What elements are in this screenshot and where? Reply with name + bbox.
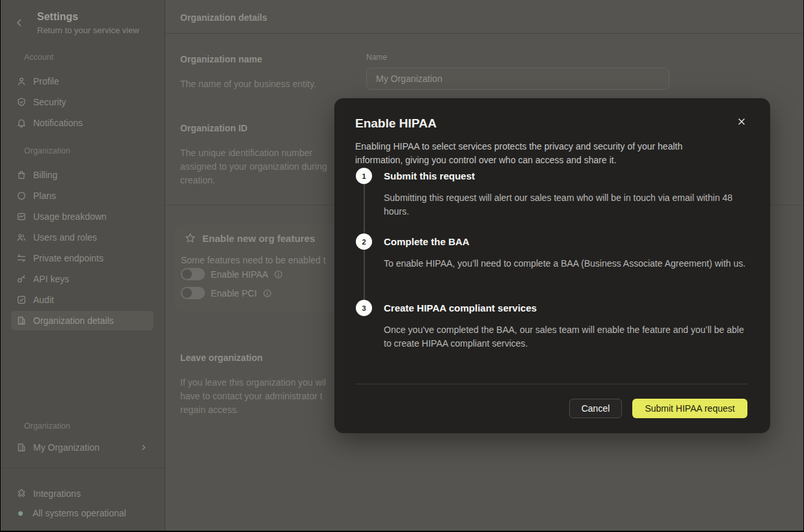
- enable-pci-toggle[interactable]: [181, 287, 205, 299]
- enable-hipaa-row: Enable HIPAA: [181, 268, 283, 280]
- sidebar-item-security[interactable]: Security: [11, 92, 154, 112]
- sidebar-item-label: Users and roles: [33, 232, 97, 243]
- org-name-heading: Organization name: [180, 54, 262, 64]
- sidebar-item-billing[interactable]: Billing: [11, 165, 154, 185]
- sidebar-divider: [1, 468, 165, 468]
- step-3-number: 3: [356, 300, 372, 316]
- enable-pci-row: Enable PCI: [181, 287, 272, 299]
- organization-building-icon: [16, 315, 27, 326]
- private-endpoints-arrows-icon: [16, 253, 27, 263]
- enable-hipaa-label: Enable HIPAA: [211, 269, 268, 280]
- section-label-org-switcher: Organization: [24, 421, 70, 431]
- name-field-label: Name: [366, 53, 387, 62]
- system-status[interactable]: All systems operational: [11, 503, 154, 523]
- audit-icon: [16, 295, 27, 305]
- features-card-description: Some features need to be enabled t: [181, 255, 326, 265]
- sidebar-item-label: Integrations: [33, 488, 81, 499]
- modal-description: Enabling HIPAA to select services protec…: [355, 140, 725, 167]
- api-keys-key-icon: [16, 274, 27, 284]
- org-name-description: The name of your business entity.: [180, 77, 343, 91]
- step-1-title: Submit this request: [384, 168, 475, 184]
- leave-org-line: If you leave this organization you wil: [180, 376, 326, 390]
- org-switcher-label: My Organization: [33, 442, 100, 453]
- sidebar-item-organization-details[interactable]: Organization details: [11, 311, 154, 330]
- notifications-bell-icon: [16, 118, 27, 128]
- sidebar-item-label: Organization details: [33, 315, 114, 326]
- sidebar-item-label: Billing: [33, 170, 57, 180]
- sidebar-item-label: Notifications: [33, 118, 83, 128]
- step-2-description: To enable HIPAA, you’ll need to complete…: [384, 257, 749, 271]
- enable-hipaa-modal: Enable HIPAA Enabling HIPAA to select se…: [334, 98, 770, 433]
- features-card-title: Enable new org features: [202, 233, 315, 244]
- organization-building-icon: [16, 442, 27, 453]
- info-icon[interactable]: [263, 289, 272, 298]
- leave-org-heading: Leave organization: [180, 352, 263, 363]
- leave-org-line: regain access.: [180, 403, 326, 417]
- sidebar-item-label: API keys: [33, 274, 69, 284]
- enable-pci-label: Enable PCI: [211, 288, 257, 299]
- close-icon[interactable]: [736, 116, 748, 128]
- profile-icon: [16, 76, 27, 86]
- cancel-button[interactable]: Cancel: [569, 399, 622, 418]
- sidebar-item-label: Plans: [33, 191, 56, 201]
- step-3-description: Once you've completed the BAA, our sales…: [384, 323, 749, 351]
- org-switcher-my-organization[interactable]: My Organization: [11, 438, 154, 457]
- integrations-puzzle-icon: [16, 488, 27, 499]
- sidebar-item-label: Audit: [33, 295, 54, 305]
- sidebar-item-notifications[interactable]: Notifications: [11, 113, 154, 133]
- enable-hipaa-toggle[interactable]: [181, 268, 205, 280]
- sidebar-item-label: Security: [33, 97, 66, 107]
- step-1-description: Submitting this request will alert our s…: [384, 191, 749, 219]
- organization-name-input[interactable]: [366, 68, 669, 90]
- step-2-title: Complete the BAA: [384, 233, 470, 250]
- modal-title: Enable HIPAA: [355, 116, 436, 131]
- chevron-left-icon: [14, 17, 25, 29]
- toggle-knob: [182, 288, 192, 298]
- page-header: Organization details: [165, 0, 803, 34]
- users-icon: [16, 232, 27, 243]
- sidebar-subtitle: Return to your service view: [37, 25, 139, 35]
- org-id-description: The unique identification number assigne…: [180, 146, 342, 187]
- star-icon: [184, 232, 196, 247]
- chevron-right-icon: [139, 443, 148, 452]
- sidebar-item-private-endpoints[interactable]: Private endpoints: [11, 248, 154, 268]
- submit-hipaa-request-button[interactable]: Submit HIPAA request: [632, 399, 747, 418]
- section-label-organization: Organization: [24, 146, 70, 155]
- sidebar-item-users-and-roles[interactable]: Users and roles: [11, 228, 154, 247]
- toggle-knob: [182, 269, 192, 279]
- step-2-number: 2: [356, 233, 372, 250]
- settings-sidebar: Settings Return to your service view Acc…: [1, 0, 165, 531]
- plans-circle-icon: [16, 191, 27, 201]
- page-title: Organization details: [180, 12, 267, 23]
- sidebar-item-plans[interactable]: Plans: [11, 186, 154, 206]
- back-button[interactable]: [14, 17, 25, 29]
- sidebar-item-label: Private endpoints: [33, 253, 103, 263]
- modal-footer-divider: [355, 384, 748, 384]
- sidebar-item-audit[interactable]: Audit: [11, 290, 154, 310]
- billing-bag-icon: [16, 170, 27, 180]
- status-dot-icon: [18, 511, 23, 516]
- step-3-title: Create HIPAA compliant services: [384, 300, 537, 316]
- leave-org-line: have to contact your administrator t: [180, 390, 326, 403]
- leave-org-description: If you leave this organization you wil h…: [180, 376, 326, 417]
- sidebar-item-integrations[interactable]: Integrations: [11, 484, 154, 503]
- org-id-heading: Organization ID: [180, 123, 247, 133]
- info-icon[interactable]: [274, 270, 283, 279]
- status-label: All systems operational: [33, 508, 126, 518]
- sidebar-item-label: Profile: [33, 76, 59, 86]
- usage-chart-icon: [16, 211, 27, 222]
- sidebar-item-label: Usage breakdown: [33, 211, 107, 222]
- step-1-number: 1: [356, 168, 372, 184]
- sidebar-title: Settings: [37, 11, 78, 23]
- sidebar-item-usage-breakdown[interactable]: Usage breakdown: [11, 207, 154, 226]
- sidebar-item-api-keys[interactable]: API keys: [11, 269, 154, 289]
- section-label-account: Account: [24, 53, 53, 62]
- sidebar-item-profile[interactable]: Profile: [11, 72, 154, 91]
- security-shield-icon: [16, 97, 27, 107]
